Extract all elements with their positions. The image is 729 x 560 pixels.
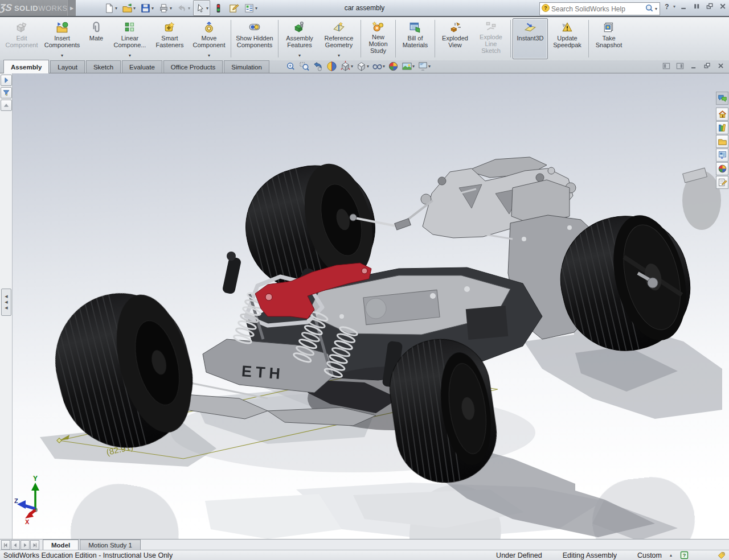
undo-button[interactable]: ▾ bbox=[175, 0, 192, 16]
tab-layout[interactable]: Layout bbox=[50, 60, 85, 73]
view-orientation-button[interactable]: ▾ bbox=[339, 61, 354, 72]
dropdown-caret-icon[interactable]: ▾ bbox=[412, 64, 415, 69]
smart-fasteners-button[interactable]: Smart Fasteners bbox=[150, 18, 189, 59]
take-snapshot-button[interactable]: Take Snapshot bbox=[591, 18, 627, 59]
expand-feature-tree-button[interactable] bbox=[1, 75, 12, 86]
file-explorer-button[interactable] bbox=[716, 135, 728, 148]
menu-expand-arrow[interactable]: ▶ bbox=[67, 0, 76, 16]
close-button[interactable] bbox=[718, 2, 728, 11]
solidworks-resources-button[interactable] bbox=[716, 108, 728, 121]
cascade-button[interactable] bbox=[705, 2, 715, 11]
filter-funnel-icon bbox=[2, 89, 10, 97]
logo-text: SOLIDWORKS bbox=[14, 4, 68, 13]
help-q-icon: ? bbox=[663, 2, 673, 11]
split-left-button[interactable] bbox=[662, 61, 671, 71]
new-document-button[interactable]: ▾ bbox=[102, 0, 119, 16]
tree-options-button[interactable] bbox=[1, 100, 12, 111]
update-speedpak-button[interactable]: Update Speedpak bbox=[548, 18, 587, 59]
dropdown-caret-icon[interactable]: ▾ bbox=[383, 64, 385, 69]
display-style-button[interactable]: ▾ bbox=[355, 61, 370, 72]
zoom-to-fit-button[interactable] bbox=[285, 61, 297, 72]
dropdown-caret-icon: ▾ bbox=[129, 53, 131, 58]
tab-assembly[interactable]: Assembly bbox=[3, 60, 49, 73]
first-button[interactable] bbox=[1, 540, 10, 550]
next-button[interactable] bbox=[21, 540, 30, 550]
section-view-button[interactable] bbox=[326, 61, 338, 72]
help-button[interactable]: ?▾ bbox=[663, 2, 675, 11]
ribbon-button-label: Move Component bbox=[191, 35, 227, 53]
tab-simulation[interactable]: Simulation bbox=[224, 60, 269, 73]
dropdown-caret-icon[interactable]: ▾ bbox=[151, 6, 154, 11]
split-right-button[interactable] bbox=[675, 61, 685, 71]
filter-button[interactable] bbox=[1, 87, 12, 98]
configuration-selector[interactable]: Custom ▴ bbox=[637, 551, 672, 559]
new-document-icon bbox=[104, 3, 114, 14]
dropdown-caret-icon[interactable]: ▾ bbox=[206, 6, 208, 11]
select-button[interactable]: ▾ bbox=[193, 0, 210, 16]
exploded-view-button[interactable]: Exploded View bbox=[437, 18, 473, 59]
assembly-features-button[interactable]: Assembly Features▾ bbox=[280, 18, 319, 59]
tab-sketch[interactable]: Sketch bbox=[86, 60, 121, 73]
tab-motion-study-1[interactable]: Motion Study 1 bbox=[80, 540, 141, 550]
search-magnifier-icon[interactable] bbox=[645, 3, 654, 15]
linear-compone-button[interactable]: Linear Compone...▾ bbox=[109, 18, 150, 59]
dropdown-caret-icon[interactable]: ▾ bbox=[428, 64, 431, 69]
open-button[interactable]: ▾ bbox=[120, 0, 137, 16]
dropdown-caret-icon[interactable]: ▾ bbox=[255, 6, 257, 11]
nav-first-icon bbox=[2, 542, 9, 549]
design-library-button[interactable] bbox=[716, 121, 728, 134]
previous-view-icon bbox=[313, 61, 323, 72]
dropdown-caret-icon[interactable]: ▾ bbox=[133, 6, 136, 11]
new-motion-study-button[interactable]: New Motion Study bbox=[363, 18, 394, 59]
search-input[interactable] bbox=[550, 5, 645, 14]
reference-geometry-button[interactable]: Reference Geometry▾ bbox=[319, 18, 359, 59]
ribbon-button-label: Reference Geometry bbox=[321, 35, 357, 53]
dropdown-caret-icon[interactable]: ▾ bbox=[351, 64, 353, 69]
tab-evaluate[interactable]: Evaluate bbox=[122, 60, 162, 73]
move-component-button[interactable]: Move Component▾ bbox=[189, 18, 229, 59]
selection-filter-button[interactable] bbox=[211, 0, 226, 16]
appearances-scenes-button[interactable] bbox=[716, 162, 728, 175]
minimize-button[interactable] bbox=[679, 2, 689, 11]
print-button[interactable]: ▾ bbox=[157, 0, 174, 16]
hide-show-items-button[interactable]: ▾ bbox=[371, 61, 386, 72]
search-dropdown[interactable]: ▾ bbox=[654, 6, 658, 11]
tag-icon[interactable] bbox=[717, 551, 726, 559]
zoom-to-area-button[interactable] bbox=[298, 61, 310, 72]
tab-model[interactable]: Model bbox=[43, 540, 79, 550]
doc-close-button[interactable] bbox=[716, 61, 726, 71]
restore-button[interactable] bbox=[692, 2, 702, 11]
custom-properties-button[interactable] bbox=[716, 176, 728, 189]
graphics-viewport[interactable]: (82.91) bbox=[13, 73, 729, 539]
options-button[interactable]: ▾ bbox=[242, 0, 259, 16]
pane-splitter-handle[interactable]: ◀◀◀ bbox=[1, 289, 11, 316]
dropdown-caret-icon[interactable]: ▾ bbox=[115, 6, 117, 11]
comments-button[interactable] bbox=[716, 92, 728, 105]
save-button[interactable]: ▾ bbox=[138, 0, 155, 16]
insert-components-button[interactable]: Insert Components▾ bbox=[41, 18, 83, 59]
tab-office-products[interactable]: Office Products bbox=[163, 60, 223, 73]
instant3d-button[interactable]: Instant3D bbox=[513, 18, 548, 59]
edit-appearance-button[interactable] bbox=[387, 61, 399, 72]
mate-button[interactable]: Mate bbox=[83, 18, 109, 59]
dropdown-caret-icon[interactable]: ▾ bbox=[673, 4, 675, 9]
view-palette-button[interactable] bbox=[716, 149, 728, 162]
dropdown-caret-icon[interactable]: ▾ bbox=[367, 64, 369, 69]
properties-button[interactable] bbox=[227, 0, 241, 16]
previous-button[interactable] bbox=[11, 540, 20, 550]
quick-tips-icon[interactable]: ? bbox=[680, 551, 689, 559]
doc-restore-button[interactable] bbox=[703, 61, 712, 71]
last-button[interactable] bbox=[30, 540, 39, 550]
view-settings-button[interactable]: ▾ bbox=[417, 61, 431, 72]
doc-minimize-button[interactable] bbox=[689, 61, 698, 71]
command-tabs: AssemblyLayoutSketchEvaluateOffice Produ… bbox=[3, 60, 271, 73]
viewport-3d-model[interactable]: (82.91) bbox=[13, 73, 729, 539]
previous-view-button[interactable] bbox=[312, 61, 324, 72]
bill-of-materials-button[interactable]: Bill of Materials bbox=[398, 18, 433, 59]
apply-scene-button[interactable]: ▾ bbox=[401, 61, 415, 72]
quick-access-toolbar: ▾▾▾▾▾▾▾ bbox=[102, 0, 259, 16]
dropdown-caret-icon[interactable]: ▾ bbox=[170, 6, 172, 11]
show-hidden-components-button[interactable]: Show Hidden Components bbox=[233, 18, 276, 59]
dropdown-caret-icon[interactable]: ▾ bbox=[188, 6, 190, 11]
triad-z-label: Z bbox=[14, 497, 18, 504]
